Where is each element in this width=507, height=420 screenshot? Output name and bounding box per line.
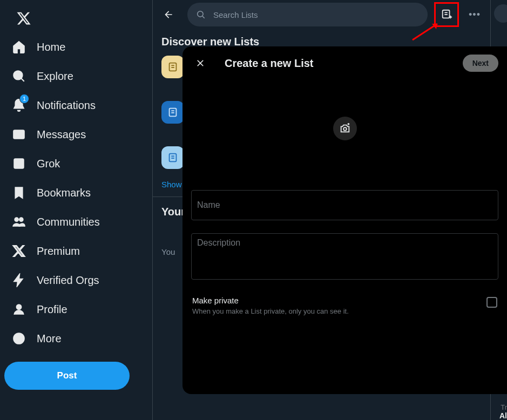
- post-button[interactable]: Post: [4, 362, 130, 390]
- nav-notifications[interactable]: 1 Notifications: [4, 92, 148, 119]
- name-field[interactable]: Name: [191, 190, 498, 220]
- home-icon: [12, 40, 26, 54]
- nav-profile[interactable]: Profile: [4, 296, 148, 323]
- svg-point-9: [16, 338, 17, 339]
- list-suggestion[interactable]: [161, 56, 184, 78]
- nav-label: Verified Orgs: [37, 274, 99, 287]
- list-suggestion[interactable]: [161, 146, 184, 169]
- nav-label: Bookmarks: [37, 187, 91, 199]
- nav-premium[interactable]: Premium: [4, 238, 148, 265]
- nav-label: Home: [37, 41, 65, 53]
- nav-communities[interactable]: Communities: [4, 208, 148, 235]
- nav-grok[interactable]: Grok: [4, 150, 148, 177]
- svg-point-7: [17, 304, 22, 309]
- back-button[interactable]: [159, 5, 178, 24]
- name-label: Name: [197, 200, 220, 210]
- grok-icon: [12, 157, 26, 171]
- nav-label: Profile: [37, 303, 67, 316]
- banner-upload-zone: [182, 80, 507, 177]
- create-list-modal: Create a new List Next Name Description …: [182, 46, 507, 394]
- notification-badge: 1: [19, 94, 29, 104]
- svg-point-6: [19, 218, 23, 221]
- bookmark-icon: [12, 186, 26, 200]
- new-list-button[interactable]: [437, 5, 456, 24]
- nav-verified-orgs[interactable]: Verified Orgs: [4, 267, 148, 294]
- trending-clip: Tr: [501, 403, 507, 411]
- nav-messages[interactable]: Messages: [4, 121, 148, 148]
- more-icon: [12, 331, 26, 346]
- list-icon: [167, 61, 179, 73]
- communities-icon: [12, 215, 26, 229]
- nav-explore[interactable]: Explore: [4, 63, 148, 90]
- x-icon: [12, 244, 26, 258]
- make-private-row: Make private When you make a List privat…: [182, 280, 507, 315]
- list-icon: [167, 106, 179, 118]
- svg-point-10: [18, 338, 19, 339]
- nav-label: Grok: [37, 158, 60, 170]
- profile-icon: [12, 302, 26, 316]
- search-icon: [12, 69, 26, 83]
- right-search-icon[interactable]: [494, 4, 507, 23]
- make-private-description: When you make a List private, only you c…: [192, 307, 349, 315]
- svg-line-1: [21, 78, 24, 81]
- sidebar: Home Explore 1 Notifications Messages Gr…: [0, 0, 152, 420]
- close-button[interactable]: [191, 54, 209, 72]
- svg-line-13: [202, 16, 205, 18]
- svg-point-0: [13, 71, 22, 79]
- modal-header: Create a new List Next: [182, 46, 507, 80]
- nav-more[interactable]: More: [4, 325, 148, 352]
- nav-label: Notifications: [37, 99, 96, 112]
- svg-point-11: [21, 338, 22, 339]
- mail-icon: [12, 127, 26, 141]
- close-icon: [195, 58, 206, 69]
- search-input[interactable]: [213, 10, 419, 19]
- modal-title: Create a new List: [225, 57, 448, 70]
- nav-label: More: [37, 333, 62, 345]
- nav-label: Messages: [37, 128, 86, 141]
- svg-point-5: [15, 218, 18, 221]
- x-logo[interactable]: [10, 4, 38, 32]
- list-suggestion[interactable]: [161, 101, 184, 124]
- svg-point-30: [343, 127, 347, 131]
- camera-icon: [339, 123, 351, 134]
- add-banner-button[interactable]: [333, 117, 357, 140]
- list-icon: [167, 152, 179, 164]
- nav-home[interactable]: Home: [4, 33, 148, 60]
- description-field[interactable]: Description: [191, 233, 498, 280]
- more-options-button[interactable]: •••: [465, 5, 484, 24]
- make-private-checkbox[interactable]: [486, 297, 497, 308]
- nav-label: Communities: [37, 216, 100, 228]
- nav-bookmarks[interactable]: Bookmarks: [4, 179, 148, 206]
- make-private-label: Make private: [192, 296, 349, 305]
- topbar: •••: [153, 0, 490, 29]
- nav-label: Explore: [37, 70, 73, 83]
- svg-point-12: [198, 11, 204, 17]
- search-icon: [196, 10, 206, 19]
- description-label: Description: [197, 238, 492, 248]
- next-button[interactable]: Next: [463, 55, 498, 72]
- trending-clip-bold: Al: [499, 411, 507, 420]
- search-lists[interactable]: [187, 3, 428, 26]
- lightning-icon: [12, 273, 26, 287]
- nav-label: Premium: [37, 245, 80, 258]
- annotation-highlight: [434, 2, 459, 27]
